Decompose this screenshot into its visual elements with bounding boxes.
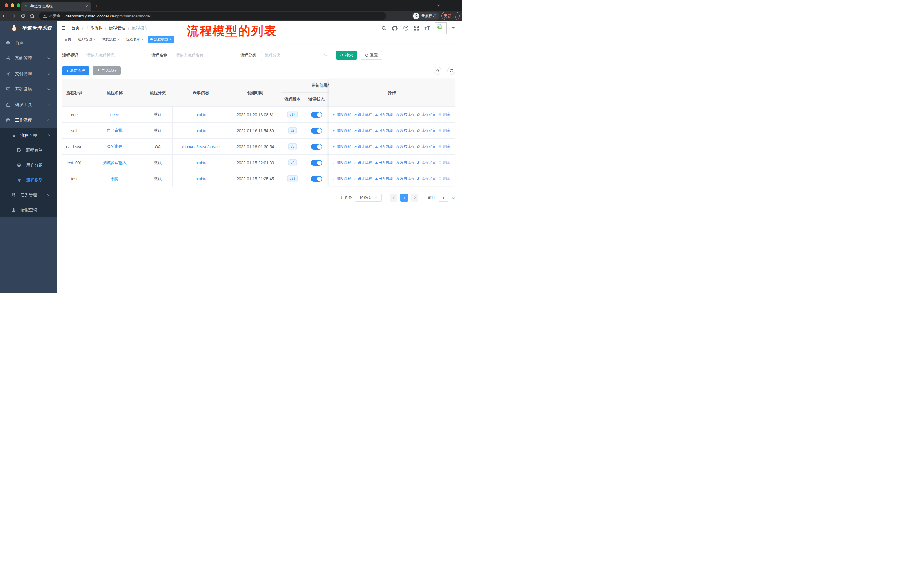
collapse-sidebar-icon[interactable] — [61, 25, 66, 30]
import-process-button[interactable]: 导入流程 — [92, 66, 120, 75]
sidebar-item-9[interactable]: 用户分组 — [0, 158, 57, 172]
home-icon[interactable] — [28, 13, 37, 19]
action-deploy-link[interactable]: 发布流程 — [396, 112, 414, 117]
refresh-table-button[interactable] — [447, 67, 455, 74]
breadcrumb-item[interactable]: 首页 — [71, 25, 80, 31]
create-process-button[interactable]: + 新建流程 — [62, 66, 89, 75]
action-design-link[interactable]: 设计流程 — [353, 112, 372, 117]
sidebar-item-10[interactable]: 流程模型 — [0, 172, 57, 187]
action-design-link[interactable]: 设计流程 — [353, 128, 372, 133]
form-info-link[interactable]: biubiu — [196, 112, 206, 117]
show-search-toggle-button[interactable] — [434, 67, 441, 74]
action-design-link[interactable]: 设计流程 — [353, 176, 372, 181]
action-edit-link[interactable]: 修改流程 — [332, 160, 351, 165]
sidebar-item-1[interactable]: 首页 — [0, 35, 57, 50]
zoom-window-button[interactable] — [16, 3, 20, 7]
tag-close-icon[interactable]: × — [142, 37, 144, 41]
sidebar-item-4[interactable]: 基础设施 — [0, 81, 57, 97]
form-info-link[interactable]: biubiu — [196, 128, 206, 133]
active-toggle[interactable] — [311, 144, 322, 150]
address-bar[interactable]: 不安全 dashboard.yudao.iocoder.cn/bpm/manag… — [39, 12, 386, 20]
sidebar-item-12[interactable]: 请假查询 — [0, 202, 57, 217]
update-browser-button[interactable]: 更新 ⋮ — [441, 12, 460, 20]
action-definition-link[interactable]: 流程定义 — [417, 128, 436, 133]
tag-1[interactable]: 首页 — [62, 36, 74, 43]
minimize-window-button[interactable] — [11, 3, 14, 7]
action-edit-link[interactable]: 修改流程 — [332, 176, 351, 181]
process-name-link[interactable]: OA 请假 — [107, 144, 122, 149]
font-size-icon[interactable]: ᴛT — [424, 25, 430, 31]
goto-page-input[interactable]: 1 — [439, 194, 448, 202]
active-toggle[interactable] — [311, 176, 322, 182]
help-icon[interactable] — [403, 25, 409, 31]
action-edit-link[interactable]: 修改流程 — [332, 128, 351, 133]
process-name-link[interactable]: eeee — [110, 112, 119, 117]
reset-button[interactable]: 重置 — [361, 51, 382, 60]
tag-5[interactable]: 流程模型× — [148, 36, 174, 43]
browser-menu-icon[interactable]: ⋮ — [454, 14, 457, 18]
sidebar-item-8[interactable]: 流程表单 — [0, 143, 57, 158]
form-info-link[interactable]: biubiu — [196, 160, 206, 165]
sidebar-item-2[interactable]: 系统管理 — [0, 50, 57, 66]
action-delete-link[interactable]: 删除 — [438, 128, 450, 133]
action-edit-link[interactable]: 修改流程 — [332, 144, 351, 149]
page-size-select[interactable]: 10条/页 — [355, 194, 381, 202]
action-delete-link[interactable]: 删除 — [438, 112, 450, 117]
action-deploy-link[interactable]: 发布流程 — [396, 160, 414, 165]
action-deploy-link[interactable]: 发布流程 — [396, 144, 414, 149]
new-tab-button[interactable]: + — [94, 3, 98, 8]
active-toggle[interactable] — [311, 112, 322, 117]
action-definition-link[interactable]: 流程定义 — [417, 176, 436, 181]
process-name-link[interactable]: 测试多审批人 — [102, 160, 127, 165]
github-icon[interactable] — [392, 25, 398, 31]
action-assign-link[interactable]: 分配规则 — [375, 128, 393, 133]
active-toggle[interactable] — [311, 128, 322, 134]
action-delete-link[interactable]: 删除 — [438, 160, 450, 165]
action-deploy-link[interactable]: 发布流程 — [396, 128, 414, 133]
sidebar-item-7[interactable]: 流程管理 — [0, 128, 57, 143]
tag-2[interactable]: 租户管理× — [76, 36, 98, 43]
action-assign-link[interactable]: 分配规则 — [375, 176, 393, 181]
action-definition-link[interactable]: 流程定义 — [417, 144, 436, 149]
process-name-link[interactable]: 滔博 — [111, 176, 119, 182]
browser-tab[interactable]: 芋道管理系统 ✕ — [21, 2, 91, 11]
action-deploy-link[interactable]: 发布流程 — [396, 176, 414, 181]
security-label[interactable]: 不安全 — [49, 13, 61, 19]
breadcrumb-item[interactable]: 流程管理 — [109, 25, 125, 31]
active-toggle[interactable] — [311, 160, 322, 166]
reload-icon[interactable] — [18, 14, 28, 19]
tag-3[interactable]: 我的流程× — [100, 36, 122, 43]
process-category-select[interactable]: 流程分类 — [261, 51, 331, 60]
window-controls[interactable] — [5, 3, 20, 7]
form-info-link[interactable]: /bpm/oa/leave/create — [182, 144, 220, 149]
action-assign-link[interactable]: 分配规则 — [375, 144, 393, 149]
action-definition-link[interactable]: 流程定义 — [417, 160, 436, 165]
action-design-link[interactable]: 设计流程 — [353, 144, 372, 149]
prev-page-button[interactable] — [390, 194, 397, 202]
tag-close-icon[interactable]: × — [117, 37, 119, 41]
search-icon[interactable] — [381, 25, 387, 31]
sidebar-item-6[interactable]: 工作流程 — [0, 112, 57, 128]
sidebar-item-11[interactable]: 任务管理 — [0, 187, 57, 202]
fullscreen-icon[interactable] — [414, 25, 419, 31]
sidebar-item-5[interactable]: 研发工具 — [0, 97, 57, 112]
breadcrumb-item[interactable]: 工作流程 — [86, 25, 102, 31]
process-name-input[interactable]: 请输入流程名称 — [172, 51, 233, 60]
action-delete-link[interactable]: 删除 — [438, 144, 450, 149]
form-info-link[interactable]: biubiu — [196, 177, 206, 181]
back-icon[interactable] — [0, 13, 9, 19]
tag-close-icon[interactable]: × — [93, 37, 96, 41]
next-page-button[interactable] — [411, 194, 419, 202]
action-edit-link[interactable]: 修改流程 — [332, 112, 351, 117]
search-button[interactable]: 搜索 — [336, 51, 357, 60]
forward-icon[interactable] — [9, 13, 18, 19]
avatar-caret-icon[interactable] — [452, 27, 455, 29]
process-key-input[interactable]: 请输入流程标识 — [83, 51, 144, 60]
user-avatar[interactable] — [435, 22, 447, 34]
action-definition-link[interactable]: 流程定义 — [417, 112, 436, 117]
tab-search-chevron-icon[interactable] — [437, 4, 441, 7]
process-name-link[interactable]: 自己审批 — [107, 128, 122, 133]
action-delete-link[interactable]: 删除 — [438, 176, 450, 181]
sidebar-item-3[interactable]: 支付管理 — [0, 66, 57, 81]
action-assign-link[interactable]: 分配规则 — [375, 160, 393, 165]
